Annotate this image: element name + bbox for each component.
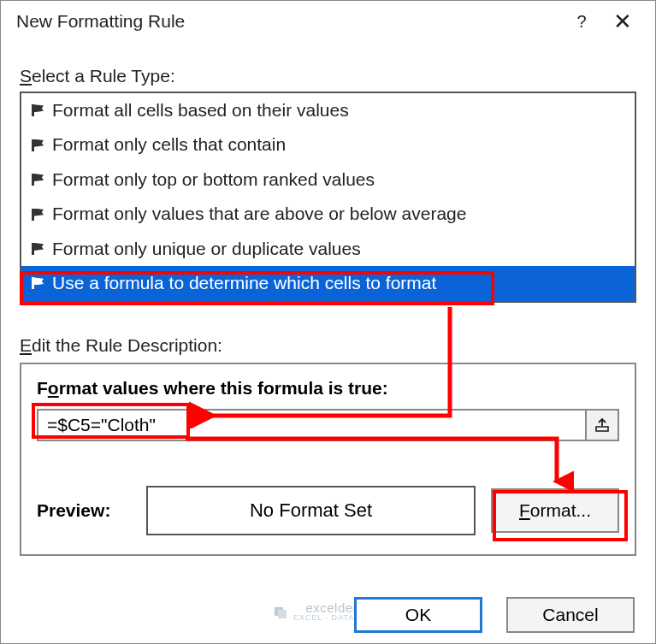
rule-type-text: Format all cells based on their values xyxy=(52,97,349,123)
formula-input[interactable] xyxy=(37,409,585,441)
edit-rule-panel: Format values where this formula is true… xyxy=(20,363,636,556)
dialog-footer: exceldemy EXCEL · DATA · TIPS OK Cancel xyxy=(1,587,655,643)
rule-type-item-selected[interactable]: Use a formula to determine which cells t… xyxy=(21,266,635,300)
help-icon[interactable]: ? xyxy=(561,12,602,32)
formula-label-pre: F xyxy=(37,378,48,398)
formula-label: Format values where this formula is true… xyxy=(37,378,619,399)
preview-box: No Format Set xyxy=(146,486,476,535)
cancel-button[interactable]: Cancel xyxy=(506,597,635,633)
new-formatting-rule-dialog: New Formatting Rule ? ✕ Select a Rule Ty… xyxy=(0,0,656,644)
ok-button[interactable]: OK xyxy=(354,597,482,633)
rule-type-text: Format only unique or duplicate values xyxy=(52,236,361,262)
edit-rule-rest: dit the Rule Description: xyxy=(32,335,222,355)
rule-type-listbox[interactable]: Format all cells based on their values F… xyxy=(20,92,636,303)
formula-row xyxy=(37,409,619,441)
rule-type-text: Format only cells that contain xyxy=(52,132,286,157)
edit-rule-description: Edit the Rule Description: Format values… xyxy=(20,335,636,556)
flag-icon xyxy=(30,105,45,115)
flag-icon xyxy=(30,278,45,288)
rule-type-text: Format only values that are above or bel… xyxy=(52,201,466,227)
rule-type-item[interactable]: Format only cells that contain xyxy=(21,127,635,162)
formula-label-accel: o xyxy=(48,378,59,398)
flag-icon xyxy=(30,210,45,220)
flag-icon xyxy=(30,140,45,151)
watermark-icon xyxy=(273,604,288,619)
rule-type-text: Use a formula to determine which cells t… xyxy=(52,270,436,296)
ok-label: OK xyxy=(405,605,431,625)
range-selector-button[interactable] xyxy=(585,409,619,441)
dialog-title: New Formatting Rule xyxy=(16,11,561,32)
rule-type-item[interactable]: Format all cells based on their values xyxy=(21,93,635,127)
titlebar: New Formatting Rule ? ✕ xyxy=(1,1,655,42)
edit-rule-accel: E xyxy=(20,335,32,355)
rule-type-text: Format only top or bottom ranked values xyxy=(52,167,375,192)
close-icon[interactable]: ✕ xyxy=(602,9,643,35)
collapse-dialog-icon xyxy=(594,417,610,433)
format-button[interactable]: Format... xyxy=(491,488,619,533)
preview-row: Preview: No Format Set Format... xyxy=(37,486,619,535)
flag-icon xyxy=(30,174,45,185)
preview-label: Preview: xyxy=(37,500,131,521)
cancel-label: Cancel xyxy=(542,605,598,625)
rule-type-item[interactable]: Format only values that are above or bel… xyxy=(21,197,635,231)
svg-rect-0 xyxy=(596,427,608,431)
formula-label-post: rmat values where this formula is true: xyxy=(59,378,388,398)
flag-icon xyxy=(30,244,45,254)
edit-rule-label: Edit the Rule Description: xyxy=(20,335,636,356)
dialog-body: Select a Rule Type: Format all cells bas… xyxy=(1,42,655,587)
rule-type-item[interactable]: Format only unique or duplicate values xyxy=(21,232,635,266)
select-rule-accel: S xyxy=(20,66,32,86)
format-btn-accel: F xyxy=(519,500,530,520)
select-rule-type-label: Select a Rule Type: xyxy=(20,66,636,86)
rule-type-item[interactable]: Format only top or bottom ranked values xyxy=(21,162,635,197)
select-rule-rest: elect a Rule Type: xyxy=(32,66,175,86)
format-btn-rest: ormat... xyxy=(530,500,591,520)
